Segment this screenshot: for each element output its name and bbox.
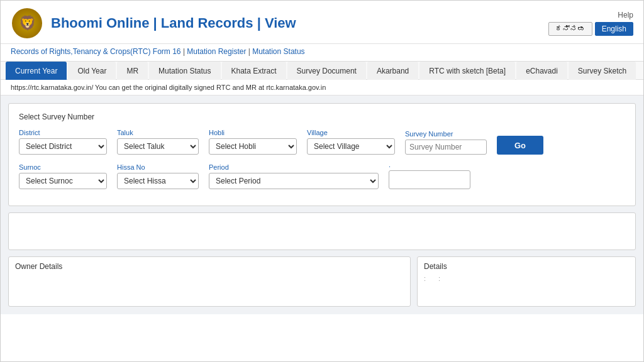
tab-mutation-status[interactable]: Mutation Status xyxy=(149,62,220,80)
district-group: District Select District xyxy=(19,129,107,155)
tabs-bar: Current Year Old Year MR Mutation Status… xyxy=(1,61,643,80)
period-group: Period Select Period xyxy=(209,163,379,189)
taluk-select[interactable]: Select Taluk xyxy=(117,138,199,155)
details-row-1: : : xyxy=(424,275,629,282)
captcha-input[interactable] xyxy=(389,170,470,189)
site-title: Bhoomi Online | Land Records | View xyxy=(51,15,296,31)
hobli-label: Hobli xyxy=(209,129,297,136)
form-row-2: Surnoc Select Surnoc Hissa No Select His… xyxy=(19,161,625,189)
hissa-no-select[interactable]: Select Hissa xyxy=(117,173,199,189)
dot-captcha-group: . xyxy=(389,161,470,189)
owner-details-panel: Owner Details xyxy=(8,256,411,307)
village-group: Village Select Village xyxy=(307,129,395,155)
taluk-label: Taluk xyxy=(117,129,199,136)
form-row-1: District Select District Taluk Select Ta… xyxy=(19,129,625,155)
district-select[interactable]: Select District xyxy=(19,138,107,155)
tab-akarband[interactable]: Akarband xyxy=(367,62,418,80)
bottom-panels: Owner Details Details : : xyxy=(8,256,636,307)
tab-echavadi[interactable]: eChavadi xyxy=(516,62,567,80)
taluk-group: Taluk Select Taluk xyxy=(117,129,199,155)
surnoc-group: Surnoc Select Surnoc xyxy=(19,163,107,189)
details-col1: : xyxy=(424,275,426,282)
village-select[interactable]: Select Village xyxy=(307,138,395,155)
dot-label: . xyxy=(389,161,470,168)
subheader: Records of Rights,Tenancy & Crops(RTC) F… xyxy=(1,44,643,61)
surnoc-select[interactable]: Select Surnoc xyxy=(19,173,107,189)
owner-details-title: Owner Details xyxy=(15,262,404,271)
tab-survey-sketch[interactable]: Survey Sketch xyxy=(569,62,636,80)
mutation-register-link[interactable]: Mutation Register xyxy=(187,47,246,56)
survey-number-group: Survey Number xyxy=(405,130,487,155)
go-button-group: Go xyxy=(497,136,543,155)
english-lang-button[interactable]: English xyxy=(595,22,633,36)
go-button[interactable]: Go xyxy=(497,136,543,155)
help-link[interactable]: Help xyxy=(618,11,633,19)
kannada-lang-button[interactable]: ಕನ್ನಡ xyxy=(548,22,592,36)
sep1: | xyxy=(181,47,187,56)
logo xyxy=(11,7,43,40)
period-label: Period xyxy=(209,163,379,171)
details-col2: : xyxy=(438,275,440,282)
survey-number-input[interactable] xyxy=(405,140,487,155)
period-select[interactable]: Select Period xyxy=(209,173,379,189)
hobli-select[interactable]: Select Hobli xyxy=(209,138,297,155)
mutation-status-link[interactable]: Mutation Status xyxy=(252,47,304,56)
district-label: District xyxy=(19,129,107,136)
details-title: Details xyxy=(424,262,629,271)
tab-mr[interactable]: MR xyxy=(117,62,148,80)
info-text: https://rtc.karnataka.gov.in/ You can ge… xyxy=(11,84,326,91)
village-label: Village xyxy=(307,129,395,136)
hissa-no-group: Hissa No Select Hissa xyxy=(117,163,199,189)
tab-current-year[interactable]: Current Year xyxy=(6,62,67,80)
form-section-title: Select Survey Number xyxy=(19,112,625,121)
empty-section xyxy=(8,212,636,250)
sep2: | xyxy=(246,47,252,56)
survey-number-label: Survey Number xyxy=(405,130,487,138)
tab-old-year[interactable]: Old Year xyxy=(68,62,116,80)
rtc-link[interactable]: Records of Rights,Tenancy & Crops(RTC) F… xyxy=(11,47,181,56)
hissa-no-label: Hissa No xyxy=(117,163,199,171)
details-content: : : xyxy=(424,275,629,282)
details-panel: Details : : xyxy=(417,256,636,307)
tab-survey-document[interactable]: Survey Document xyxy=(287,62,366,80)
hobli-group: Hobli Select Hobli xyxy=(209,129,297,155)
surnoc-label: Surnoc xyxy=(19,163,107,171)
tab-rtc-with-sketch[interactable]: RTC with sketch [Beta] xyxy=(419,62,515,80)
survey-form-section: Select Survey Number District Select Dis… xyxy=(8,103,636,206)
tab-khata-extract[interactable]: Khata Extract xyxy=(222,62,286,80)
info-bar: https://rtc.karnataka.gov.in/ You can ge… xyxy=(1,80,643,96)
